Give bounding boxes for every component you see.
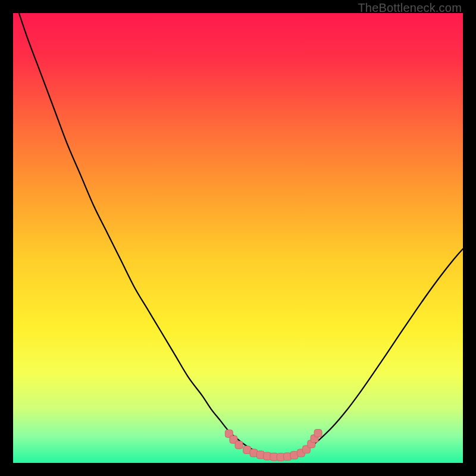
curve-marker bbox=[314, 430, 322, 437]
curve-marker bbox=[235, 441, 243, 449]
bottleneck-curve bbox=[13, 13, 463, 457]
curve-layer bbox=[13, 13, 463, 463]
curve-markers bbox=[225, 430, 322, 461]
plot-area bbox=[13, 13, 463, 463]
watermark-text: TheBottleneck.com bbox=[358, 1, 462, 15]
chart-frame: TheBottleneck.com bbox=[0, 0, 476, 476]
